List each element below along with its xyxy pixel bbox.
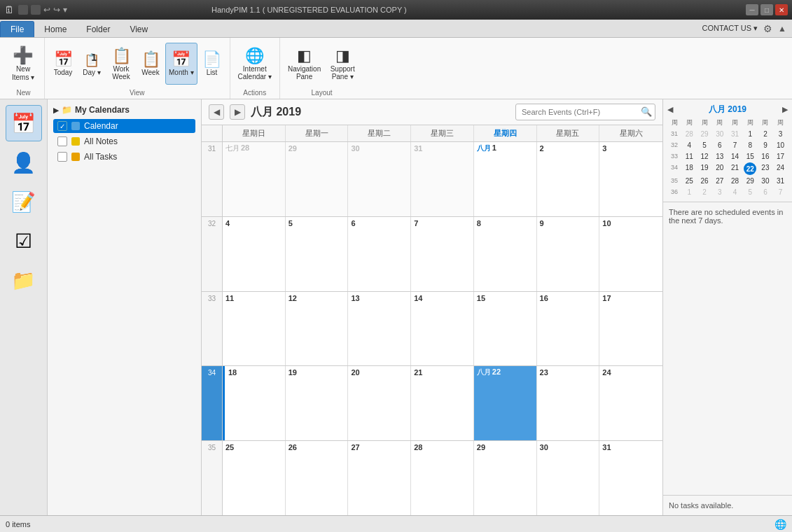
tab-view[interactable]: View (120, 22, 158, 37)
search-events-input[interactable] (515, 104, 655, 120)
month-button[interactable]: 📅 Month ▾ (165, 43, 197, 85)
day-cell-aug29[interactable]: 29 (474, 441, 537, 515)
day-cell-jul31[interactable]: 31 (411, 142, 474, 216)
mini-day[interactable]: 7 (773, 187, 788, 197)
day-cell-aug24[interactable]: 24 (599, 366, 662, 440)
day-cell-aug1[interactable]: 八月1 (474, 142, 537, 216)
tab-folder[interactable]: Folder (76, 22, 120, 37)
mini-day[interactable]: 21 (728, 162, 742, 175)
day-cell-aug14[interactable]: 14 (411, 292, 474, 366)
day-cell-aug25[interactable]: 25 (223, 441, 286, 515)
day-cell-aug18[interactable]: 18 (223, 366, 286, 440)
mini-day[interactable]: 30 (712, 129, 727, 139)
mini-day-aug2[interactable]: 2 (758, 129, 773, 139)
mini-day[interactable]: 11 (682, 151, 697, 162)
internet-calendar-button[interactable]: 🌐 InternetCalendar ▾ (235, 43, 275, 85)
mini-day[interactable]: 23 (758, 162, 773, 175)
win-minimize[interactable]: ─ (746, 4, 758, 15)
mini-next-btn[interactable]: ▶ (782, 105, 788, 114)
collapse-ribbon-btn[interactable]: ▲ (778, 24, 786, 34)
navigation-pane-button[interactable]: ◧ NavigationPane (284, 43, 324, 85)
mini-day[interactable]: 4 (682, 140, 697, 150)
mini-day[interactable]: 28 (682, 129, 697, 139)
day-cell-aug30[interactable]: 30 (537, 441, 600, 515)
mini-day[interactable]: 30 (758, 176, 773, 186)
day-cell-aug12[interactable]: 12 (286, 292, 349, 366)
sys-btn-1[interactable] (18, 5, 28, 15)
day-cell-aug21[interactable]: 21 (411, 366, 474, 440)
day-cell-aug5[interactable]: 5 (286, 217, 349, 291)
tree-item-calendar[interactable]: ✓ Calendar (53, 119, 195, 133)
day-cell-aug19[interactable]: 19 (286, 366, 349, 440)
mini-day[interactable]: 8 (743, 140, 758, 150)
mini-day[interactable]: 2 (697, 187, 712, 197)
mini-day[interactable]: 19 (697, 162, 712, 175)
win-maximize[interactable]: □ (760, 4, 773, 15)
mini-day[interactable]: 4 (728, 187, 742, 197)
sidebar-icon-contacts[interactable]: 👤 (6, 144, 42, 181)
mini-day[interactable]: 28 (728, 176, 742, 186)
day-cell-aug26[interactable]: 26 (286, 441, 349, 515)
mini-day[interactable]: 27 (712, 176, 727, 186)
sys-btn-undo[interactable]: ↩ (43, 5, 50, 15)
today-button[interactable]: 📅 Today (49, 43, 77, 85)
win-close[interactable]: ✕ (775, 4, 788, 15)
day-cell-aug8[interactable]: 8 (474, 217, 537, 291)
mini-day[interactable]: 3 (712, 187, 727, 197)
mini-day[interactable]: 24 (773, 162, 788, 175)
day-cell-aug17[interactable]: 17 (599, 292, 662, 366)
day-cell-aug28[interactable]: 28 (411, 441, 474, 515)
day-cell-jul30[interactable]: 30 (348, 142, 411, 216)
list-button[interactable]: 📄 List (199, 43, 225, 85)
mini-day[interactable]: 12 (697, 151, 712, 162)
sys-btn-2[interactable] (31, 5, 41, 15)
settings-btn[interactable]: ⚙ (763, 23, 772, 34)
day-cell-aug9[interactable]: 9 (537, 217, 600, 291)
mini-day[interactable]: 7 (728, 140, 742, 150)
day-cell-aug13[interactable]: 13 (348, 292, 411, 366)
mini-day[interactable]: 25 (682, 176, 697, 186)
day-cell-aug27[interactable]: 27 (348, 441, 411, 515)
support-pane-button[interactable]: ◨ SupportPane ▾ (326, 43, 359, 85)
contact-us-btn[interactable]: CONTACT US ▾ (702, 24, 758, 33)
mini-day[interactable]: 13 (712, 151, 727, 162)
work-week-button[interactable]: 📋 WorkWeek (106, 43, 136, 85)
sidebar-icon-calendar[interactable]: 📅 (6, 105, 42, 141)
day-cell-aug16[interactable]: 16 (537, 292, 600, 366)
mini-day[interactable]: 29 (743, 176, 758, 186)
new-items-button[interactable]: ➕ NewItems ▾ (7, 43, 39, 85)
search-icon[interactable]: 🔍 (641, 106, 652, 117)
day-cell-aug6[interactable]: 6 (348, 217, 411, 291)
mini-day-aug3[interactable]: 3 (773, 129, 788, 139)
mini-day[interactable]: 18 (682, 162, 697, 175)
my-calendars-header[interactable]: ▶ 📁 My Calendars (53, 105, 195, 115)
mini-day[interactable]: 26 (697, 176, 712, 186)
prev-month-btn[interactable]: ◀ (209, 104, 224, 120)
mini-day[interactable]: 31 (728, 129, 742, 139)
mini-day[interactable]: 1 (682, 187, 697, 197)
next-month-btn[interactable]: ▶ (230, 104, 245, 120)
sys-btn-redo[interactable]: ↪ (53, 5, 60, 15)
mini-day[interactable]: 16 (758, 151, 773, 162)
sidebar-icon-tasks[interactable]: ☑ (6, 223, 42, 259)
mini-day[interactable]: 9 (758, 140, 773, 150)
day-cell-aug15[interactable]: 15 (474, 292, 537, 366)
tree-item-all-tasks[interactable]: All Tasks (53, 150, 195, 164)
mini-day[interactable]: 14 (728, 151, 742, 162)
mini-day[interactable]: 17 (773, 151, 788, 162)
day-cell-aug11[interactable]: 11 (223, 292, 286, 366)
day-cell-aug3[interactable]: 3 (599, 142, 662, 216)
day-button[interactable]: 📋 1 Day ▾ (78, 43, 105, 85)
day-cell-aug2[interactable]: 2 (537, 142, 600, 216)
mini-day[interactable]: 29 (697, 129, 712, 139)
mini-day[interactable]: 6 (758, 187, 773, 197)
mini-day[interactable]: 31 (773, 176, 788, 186)
mini-day-aug1[interactable]: 1 (743, 129, 758, 139)
week-button[interactable]: 📋 Week (137, 43, 164, 85)
day-cell-aug4[interactable]: 4 (223, 217, 286, 291)
sidebar-icon-notes[interactable]: 📝 (6, 183, 42, 220)
day-cell-aug10[interactable]: 10 (599, 217, 662, 291)
day-cell-aug22[interactable]: 八月 22 (474, 366, 537, 440)
mini-day[interactable]: 15 (743, 151, 758, 162)
tab-home[interactable]: Home (34, 22, 76, 37)
